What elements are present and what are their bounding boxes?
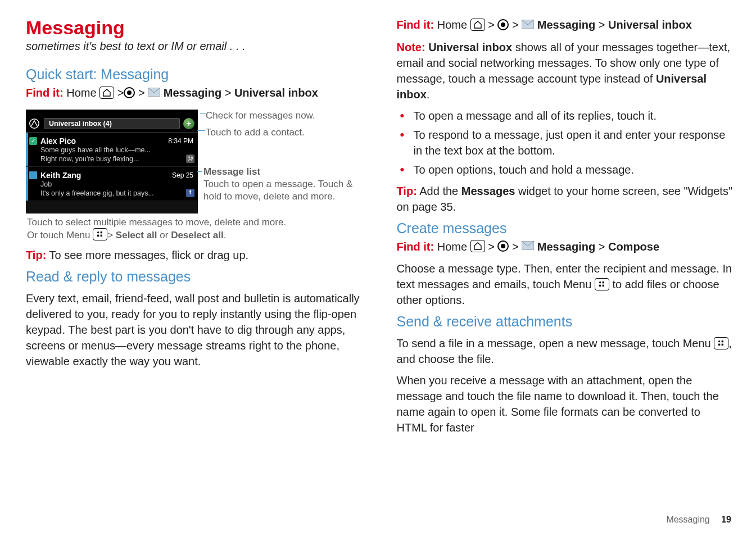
create-messages-heading: Create messages [397, 220, 734, 237]
message-item[interactable]: Keith Zang Sep 25 Job It's only a freela… [26, 167, 198, 201]
send-receive-heading: Send & receive attachments [397, 314, 734, 330]
findit-label: Find it: [397, 19, 434, 31]
svg-rect-9 [603, 281, 604, 283]
menu-icon [714, 337, 728, 349]
msg-preview: Job [40, 180, 193, 189]
social-icon[interactable] [29, 171, 37, 179]
annotation-line: Touch to select multiple messages to mov… [27, 216, 363, 229]
msg-time: Sep 25 [172, 171, 193, 180]
svg-point-2 [97, 231, 99, 233]
right-column: Find it: Home > > Messaging > Universal … [397, 17, 734, 441]
phone-screenshot: Universal inbox (4) + ✓ Alex Pico 8:34 P… [26, 110, 198, 214]
read-reply-body: Every text, email, friend-feed, wall pos… [26, 290, 363, 369]
home-icon [99, 87, 114, 99]
apps-icon [497, 19, 509, 30]
svg-rect-5 [101, 235, 102, 237]
annotation-line: Or touch Menu > Select all or Deselect a… [27, 229, 363, 242]
findit-line: Find it: Home > > Messaging > Universal … [397, 17, 734, 34]
inbox-title[interactable]: Universal inbox (4) [44, 118, 180, 129]
svg-rect-15 [722, 344, 723, 346]
envelope-icon [522, 17, 534, 33]
findit-compose: Compose [608, 240, 659, 253]
phone-footer [26, 201, 198, 214]
svg-rect-3 [101, 231, 102, 233]
svg-rect-11 [603, 285, 604, 287]
svg-rect-13 [722, 340, 723, 342]
svg-point-8 [599, 281, 601, 283]
check-icon[interactable]: ✓ [29, 137, 37, 145]
tip-label: Tip: [26, 249, 46, 261]
phone-mockup-area: Universal inbox (4) + ✓ Alex Pico 8:34 P… [26, 110, 363, 242]
msg-preview: Right now, you're busy flexing... [40, 155, 193, 163]
quick-start-heading: Quick start: Messaging [26, 66, 363, 83]
send-body-2: When you receive a message with an attac… [397, 373, 734, 435]
findit-home: Home [437, 19, 467, 31]
home-icon [470, 19, 485, 31]
findit-line: Find it: Home > > Messaging > Universal … [26, 85, 363, 102]
page-footer: Messaging 19 [666, 515, 731, 525]
tip-paragraph: Tip: To see more messages, flick or drag… [26, 247, 363, 263]
annotation-add-contact: Touch to add a contact. [206, 126, 305, 139]
add-contact-button[interactable]: + [183, 118, 194, 129]
at-icon: @ [186, 155, 194, 163]
apps-icon [124, 87, 135, 98]
findit-messaging: Messaging [164, 87, 221, 99]
annotation-connector [197, 130, 205, 131]
svg-rect-4 [97, 235, 99, 237]
findit-label: Find it: [397, 240, 434, 253]
phone-titlebar: Universal inbox (4) + [26, 116, 198, 133]
read-reply-heading: Read & reply to messages [26, 269, 363, 285]
message-item[interactable]: ✓ Alex Pico 8:34 PM Some guys have all t… [26, 133, 198, 167]
svg-rect-14 [718, 344, 720, 346]
motorola-icon [29, 119, 39, 129]
findit-universal: Universal inbox [608, 19, 692, 31]
note-paragraph: Note: Universal inbox shows all of your … [397, 39, 734, 102]
annotation-body: Touch to open a message. Touch & hold to… [203, 178, 355, 203]
envelope-icon [522, 238, 534, 254]
annotation-message-list: Message list Touch to open a message. To… [203, 166, 355, 203]
footer-label: Messaging [666, 515, 709, 524]
menu-icon [93, 228, 107, 240]
msg-preview: It's only a freelance gig, but it pays..… [40, 189, 193, 198]
findit-home: Home [437, 240, 467, 253]
note-label: Note: [397, 41, 425, 53]
bullet-list: To open a message and all of its replies… [397, 108, 734, 178]
svg-rect-10 [599, 285, 601, 287]
findit-home: Home [66, 87, 96, 99]
facebook-icon: f [186, 189, 194, 197]
findit-messaging: Messaging [537, 19, 595, 31]
create-body: Choose a message type. Then, enter the r… [397, 261, 734, 308]
tip-label: Tip: [397, 185, 417, 197]
apps-icon [497, 240, 509, 252]
send-body: To send a file in a message, open a new … [397, 335, 734, 367]
annotation-heading: Message list [203, 166, 355, 178]
menu-icon [595, 278, 609, 290]
home-icon [470, 240, 485, 252]
svg-point-12 [718, 340, 720, 342]
annotation-connector [200, 113, 206, 113]
list-item: To respond to a message, just open it an… [397, 127, 734, 158]
msg-preview: Some guys have all the luck—me... [40, 146, 193, 155]
tip-text: To see more messages, flick or drag up. [46, 249, 248, 261]
tip-paragraph: Tip: Add the Messages widget to your hom… [397, 183, 734, 215]
findit-messaging: Messaging [537, 240, 595, 253]
msg-time: 8:34 PM [168, 137, 193, 146]
findit-line: Find it: Home > > Messaging > Compose [397, 239, 734, 256]
left-column: Messaging sometimes it's best to text or… [26, 17, 363, 441]
page-number: 19 [721, 515, 731, 524]
annotation-check-now: Check for messages now. [206, 110, 315, 122]
msg-name: Keith Zang [40, 171, 193, 180]
page-subtitle: sometimes it's best to text or IM or ema… [26, 40, 363, 53]
findit-label: Find it: [26, 87, 64, 99]
findit-universal: Universal inbox [234, 87, 318, 99]
list-item: To open options, touch and hold a messag… [397, 162, 734, 178]
annotation-connector [197, 171, 202, 172]
phone-status-bar [26, 110, 198, 116]
page-title: Messaging [26, 17, 363, 39]
list-item: To open a message and all of its replies… [397, 108, 734, 124]
annotation-select-multiple: Touch to select multiple messages to mov… [26, 216, 363, 242]
envelope-icon [148, 85, 160, 101]
